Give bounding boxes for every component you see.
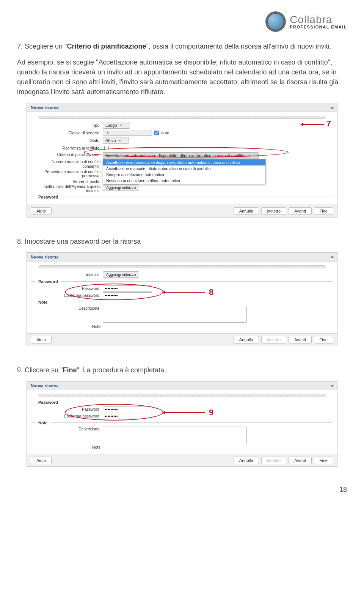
logo-icon bbox=[265, 11, 286, 32]
callout-9: 9 bbox=[209, 408, 213, 418]
avanti-button-3[interactable]: Avanti bbox=[289, 457, 311, 464]
dropdown-option-3[interactable]: Nessuna accettazione o rifiuto automatic… bbox=[103, 178, 265, 184]
aggiungi-indirizzo-button-2[interactable]: Aggiungi indirizzo bbox=[103, 271, 139, 278]
scrollbar-strip[interactable] bbox=[38, 394, 326, 397]
label-classe: Classe di servizio: bbox=[31, 131, 103, 135]
section-7-body: Ad esempio, se si sceglie "Accettazione … bbox=[17, 57, 347, 97]
aiuto-button-2[interactable]: Aiuto bbox=[31, 336, 52, 343]
tipo-select[interactable]: Luogo bbox=[103, 122, 130, 129]
aiuto-button[interactable]: Aiuto bbox=[31, 207, 52, 215]
label-conferma-3: Conferma password: bbox=[31, 414, 103, 418]
confirm-password-input-3[interactable] bbox=[103, 413, 152, 419]
avanti-button[interactable]: Avanti bbox=[289, 207, 311, 215]
fine-button[interactable]: Fine bbox=[314, 207, 333, 215]
criterio-select[interactable]: Accettazione automatica se disponibile; … bbox=[103, 152, 259, 159]
dropdown-option-1[interactable]: Accettazione manuale; rifiuto automatico… bbox=[103, 165, 265, 172]
dialog-body: Tipo: Luogo Classe di servizio: auto Sta… bbox=[27, 112, 337, 204]
logo-brand: Collabra bbox=[290, 14, 347, 25]
dialog-footer: Aiuto Annulla Indietro Avanti Fine bbox=[27, 205, 337, 217]
label-indirizzi-2: indirizzi: bbox=[31, 272, 103, 277]
dialog-body-3: Password Password: Conferma password: No… bbox=[27, 390, 337, 454]
collapse-icon[interactable]: ▸▸ bbox=[331, 383, 333, 388]
dropdown-option-0[interactable]: Accettazione automatica se disponibile; … bbox=[103, 159, 265, 165]
section-7-paragraph: 7. Scegliere un "Criterio di pianificazi… bbox=[17, 41, 347, 51]
screenshot-2: Nuova risorsa ▸▸ indirizzi: Aggiungi ind… bbox=[27, 252, 337, 346]
note-group-header-3: Note bbox=[31, 421, 333, 425]
logo-subtitle: PROFESSIONAL EMAIL bbox=[290, 25, 347, 29]
dropdown-option-2[interactable]: Sempre accettazione automatica bbox=[103, 172, 265, 178]
arrow-7 bbox=[301, 124, 324, 125]
scrollbar-strip[interactable] bbox=[38, 265, 326, 268]
indietro-button-3[interactable]: Indietro bbox=[261, 457, 287, 464]
stato-select[interactable]: Attivo bbox=[103, 137, 129, 144]
ricorrenza-checkbox[interactable] bbox=[104, 146, 109, 150]
label-stato: Stato: bbox=[31, 138, 103, 143]
password-group-header-2: Password bbox=[31, 279, 333, 284]
label-descrizione: Descrizione: bbox=[31, 306, 103, 310]
label-password-3: Password: bbox=[31, 407, 103, 411]
classe-select[interactable] bbox=[103, 130, 152, 136]
indietro-button[interactable]: Indietro bbox=[261, 207, 287, 215]
annulla-button-3[interactable]: Annulla bbox=[234, 457, 259, 464]
s7-num: 7. bbox=[17, 43, 25, 50]
callout-7: 7 bbox=[326, 119, 331, 129]
arrow-8 bbox=[163, 292, 205, 293]
dialog-title: Nuova risorsa bbox=[31, 105, 58, 110]
password-input[interactable] bbox=[103, 285, 152, 291]
section-8-paragraph: 8. Impostare una password per la risorsa bbox=[17, 236, 347, 246]
label-ricorrenza: Ricorrenza autorifiuto: bbox=[31, 146, 103, 150]
label-password: Password: bbox=[31, 286, 103, 291]
label-descrizione-3: Descrizione: bbox=[31, 427, 103, 431]
label-note: Note bbox=[31, 324, 103, 329]
dialog-footer-3: Aiuto Annulla Indietro Avanti Fine bbox=[27, 454, 337, 466]
label-server: Server di posta: bbox=[31, 179, 103, 184]
auto-checkbox[interactable] bbox=[154, 131, 159, 135]
collapse-icon[interactable]: ▸▸ bbox=[331, 106, 333, 110]
confirm-password-input[interactable] bbox=[103, 292, 152, 298]
dialog-footer-2: Aiuto Annulla Indietro Avanti Fine bbox=[27, 333, 337, 346]
password-group-header-3: Password bbox=[31, 400, 333, 405]
section-9-paragraph: 9. Cliccare su "Fine". La procedura è co… bbox=[17, 365, 347, 375]
brand-header: Collabra PROFESSIONAL EMAIL bbox=[17, 11, 347, 32]
password-input-3[interactable] bbox=[103, 406, 152, 412]
page-number: 18 bbox=[17, 486, 347, 494]
logo-text: Collabra PROFESSIONAL EMAIL bbox=[290, 14, 347, 29]
descrizione-textarea[interactable] bbox=[103, 306, 247, 323]
note-group-header: Note bbox=[31, 300, 333, 304]
dialog-body-2: indirizzi: Aggiungi indirizzo Password P… bbox=[27, 262, 337, 333]
label-criterio: Criterio di pianificazione: bbox=[31, 152, 103, 157]
annulla-button-2[interactable]: Annulla bbox=[234, 336, 259, 343]
s7-term: Criterio di pianificazione bbox=[67, 43, 146, 50]
aiuto-button-3[interactable]: Aiuto bbox=[31, 457, 52, 464]
dialog-title-bar-3: Nuova risorsa ▸▸ bbox=[27, 381, 337, 390]
criterio-dropdown[interactable]: Accettazione automatica se disponibile; … bbox=[103, 159, 266, 184]
callout-8: 8 bbox=[209, 287, 213, 297]
arrow-9 bbox=[163, 412, 205, 413]
aggiungi-indirizzo-button[interactable]: Aggiungi indirizzo bbox=[103, 184, 139, 191]
dialog-title-bar-2: Nuova risorsa ▸▸ bbox=[27, 253, 337, 262]
screenshot-1: Nuova risorsa ▸▸ Tipo: Luogo Classe di s… bbox=[27, 103, 337, 217]
screenshot-3: Nuova risorsa ▸▸ Password Password: Conf… bbox=[27, 381, 337, 467]
descrizione-textarea-3[interactable] bbox=[103, 427, 247, 443]
fine-button-3[interactable]: Fine bbox=[314, 457, 333, 464]
scrollbar-strip[interactable] bbox=[38, 116, 326, 119]
indietro-button-2[interactable]: Indietro bbox=[261, 336, 287, 343]
collapse-icon[interactable]: ▸▸ bbox=[331, 255, 333, 259]
dialog-title-bar: Nuova risorsa ▸▸ bbox=[27, 103, 337, 112]
label-conferma: Conferma password: bbox=[31, 293, 103, 298]
password-group-header: Password bbox=[31, 195, 333, 199]
fine-button-2[interactable]: Fine bbox=[314, 336, 333, 343]
label-note-3: Note bbox=[31, 445, 103, 449]
auto-label: auto bbox=[160, 131, 169, 135]
label-tipo: Tipo: bbox=[31, 123, 103, 128]
annulla-button[interactable]: Annulla bbox=[234, 207, 259, 215]
avanti-button-2[interactable]: Avanti bbox=[289, 336, 311, 343]
